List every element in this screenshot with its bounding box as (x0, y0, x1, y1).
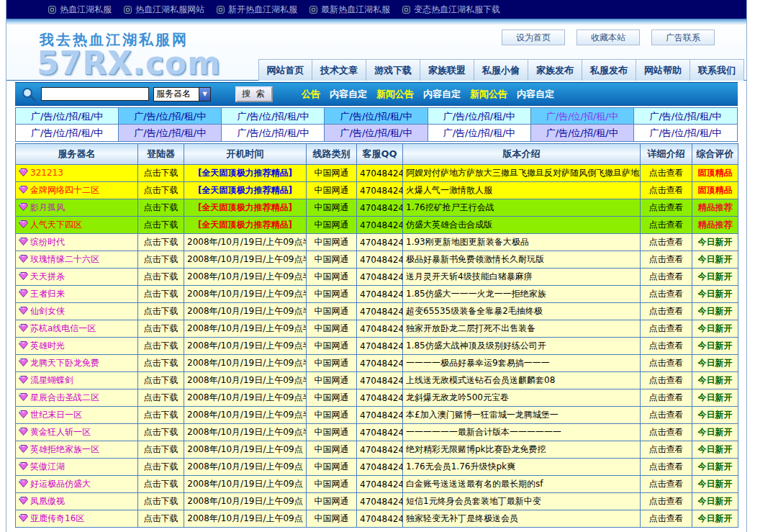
ad-slot[interactable]: 广/告/位/招/租/中 (325, 125, 428, 141)
server-name-label[interactable]: 仙剑女侠 (30, 306, 65, 316)
ad-slot[interactable]: 广/告/位/招/租/中 (325, 108, 428, 125)
quick-button[interactable]: 收藏本站 (577, 30, 640, 45)
ad-slot[interactable]: 广/告/位/招/租/中 (222, 125, 325, 141)
nav-tab[interactable]: 私服发布 (582, 59, 636, 81)
detail-link[interactable]: 点击查看 (649, 479, 684, 489)
download-link[interactable]: 点击下载 (144, 323, 178, 333)
download-link[interactable]: 点击下载 (144, 185, 178, 195)
detail-link[interactable]: 点击查看 (649, 375, 684, 385)
download-link[interactable]: 点击下载 (144, 479, 178, 489)
ad-slot[interactable]: 广/告/位/招/租/中 (428, 125, 531, 141)
nav-tab[interactable]: 网站首页 (258, 59, 312, 81)
ad-slot[interactable]: 广/告/位/招/租/中 (634, 125, 737, 141)
ad-slot[interactable]: 广/告/位/招/租/中 (222, 108, 325, 125)
server-name-label[interactable]: 金牌网络四十二区 (30, 185, 99, 195)
announcement-text[interactable]: 内容自定 (330, 88, 367, 101)
detail-link[interactable]: 点击查看 (649, 427, 684, 437)
ad-slot[interactable]: 广/告/位/招/租/中 (634, 108, 737, 125)
server-name-label[interactable]: 星辰合击圣战二区 (30, 392, 99, 402)
detail-link[interactable]: 点击查看 (649, 271, 684, 281)
download-link[interactable]: 点击下载 (144, 271, 178, 281)
server-name-label[interactable]: 英雄时光 (30, 341, 65, 351)
download-link[interactable]: 点击下载 (144, 392, 178, 402)
download-link[interactable]: 点击下载 (144, 461, 178, 472)
server-name-label[interactable]: 缤纷时代 (30, 237, 65, 247)
server-name-label[interactable]: 王者归来 (30, 289, 65, 299)
announcement-text[interactable]: 公告 (302, 88, 320, 101)
server-name-label[interactable]: 亚鹿传奇16区 (30, 513, 84, 523)
server-name-label[interactable]: 苏杭a线电信一区 (30, 323, 96, 333)
detail-link[interactable]: 点击查看 (649, 496, 684, 506)
server-type-select[interactable]: 服务器名 ▼ (153, 87, 211, 102)
server-name-label[interactable]: 黄金狂人斩一区 (30, 427, 91, 437)
download-link[interactable]: 点击下载 (144, 202, 178, 212)
detail-link[interactable]: 点击查看 (649, 254, 684, 264)
detail-link[interactable]: 点击查看 (649, 220, 684, 230)
quick-button[interactable]: 广告联系 (651, 30, 715, 45)
ad-slot[interactable]: 广/告/位/招/租/中 (119, 125, 222, 141)
download-link[interactable]: 点击下载 (144, 289, 178, 299)
announcement-text[interactable]: 新闻公告 (376, 88, 414, 101)
detail-link[interactable]: 点击查看 (649, 202, 684, 212)
download-link[interactable]: 点击下载 (144, 306, 178, 316)
server-name-label[interactable]: 好运极品仿盛大 (30, 479, 91, 489)
topbar-link[interactable]: 最新热血江湖私服 (309, 4, 390, 16)
topbar-link[interactable]: 变态热血江湖私服下载 (402, 4, 500, 16)
search-button[interactable]: 搜 索 (235, 86, 273, 102)
server-name-label[interactable]: 天天拼杀 (30, 271, 65, 281)
server-name-label[interactable]: 凤凰傲视 (30, 496, 65, 506)
ad-slot[interactable]: 广/告/位/招/租/中 (531, 125, 634, 141)
server-name-label[interactable]: 玫瑰情缘二十六区 (30, 254, 99, 264)
nav-tab[interactable]: 家族联盟 (420, 59, 474, 81)
detail-link[interactable]: 点击查看 (649, 410, 684, 420)
ad-slot[interactable]: 广/告/位/招/租/中 (119, 108, 222, 125)
server-name-label[interactable]: 英雄拒绝家族一区 (30, 444, 99, 454)
ad-slot[interactable]: 广/告/位/招/租/中 (16, 125, 119, 141)
detail-link[interactable]: 点击查看 (649, 358, 684, 368)
download-link[interactable]: 点击下载 (144, 496, 178, 506)
announcement-text[interactable]: 内容自定 (517, 88, 554, 101)
topbar-link[interactable]: 热血江湖私服 (48, 4, 112, 16)
download-link[interactable]: 点击下载 (144, 427, 178, 437)
detail-link[interactable]: 点击查看 (649, 289, 684, 299)
download-link[interactable]: 点击下载 (144, 237, 178, 247)
detail-link[interactable]: 点击查看 (649, 185, 684, 195)
download-link[interactable]: 点击下载 (144, 358, 178, 368)
detail-link[interactable]: 点击查看 (649, 237, 684, 247)
announcement-text[interactable]: 新闻公告 (470, 88, 507, 101)
server-name-label[interactable]: 世纪末日一区 (30, 410, 82, 420)
server-name-label[interactable]: 321213 (30, 168, 63, 178)
server-name-label[interactable]: 流星蝴蝶剑 (30, 375, 73, 385)
detail-link[interactable]: 点击查看 (649, 461, 684, 472)
detail-link[interactable]: 点击查看 (649, 513, 684, 523)
quick-button[interactable]: 设为首页 (502, 30, 565, 45)
detail-link[interactable]: 点击查看 (649, 392, 684, 402)
nav-tab[interactable]: 联系我们 (690, 59, 744, 81)
server-name-label[interactable]: 笑傲江湖 (30, 461, 65, 472)
topbar-link[interactable]: 新开热血江湖私服 (217, 4, 297, 16)
download-link[interactable]: 点击下载 (144, 513, 178, 523)
server-name-label[interactable]: 龙腾天下卧龙免费 (30, 358, 99, 368)
detail-link[interactable]: 点击查看 (649, 323, 684, 333)
download-link[interactable]: 点击下载 (144, 168, 178, 178)
detail-link[interactable]: 点击查看 (649, 341, 684, 351)
nav-tab[interactable]: 网站帮助 (636, 59, 690, 81)
download-link[interactable]: 点击下载 (144, 341, 178, 351)
download-link[interactable]: 点击下载 (144, 444, 178, 454)
download-link[interactable]: 点击下载 (144, 410, 178, 420)
nav-tab[interactable]: 私服小偷 (474, 59, 528, 81)
server-name-label[interactable]: 影月孤风 (30, 202, 65, 212)
ad-slot[interactable]: 广/告/位/招/租/中 (531, 108, 634, 125)
ad-slot[interactable]: 广/告/位/招/租/中 (16, 108, 119, 125)
download-link[interactable]: 点击下载 (144, 220, 178, 230)
announcement-text[interactable]: 内容自定 (423, 88, 461, 101)
detail-link[interactable]: 点击查看 (649, 306, 684, 316)
nav-tab[interactable]: 技术文章 (312, 59, 366, 81)
ad-slot[interactable]: 广/告/位/招/租/中 (428, 108, 531, 125)
topbar-link[interactable]: 热血江湖私服网站 (124, 4, 204, 16)
download-link[interactable]: 点击下载 (144, 254, 178, 264)
nav-tab[interactable]: 游戏下载 (366, 59, 420, 81)
download-link[interactable]: 点击下载 (144, 375, 178, 385)
server-name-label[interactable]: 人气天下四区 (30, 220, 82, 230)
search-input[interactable] (41, 87, 149, 101)
